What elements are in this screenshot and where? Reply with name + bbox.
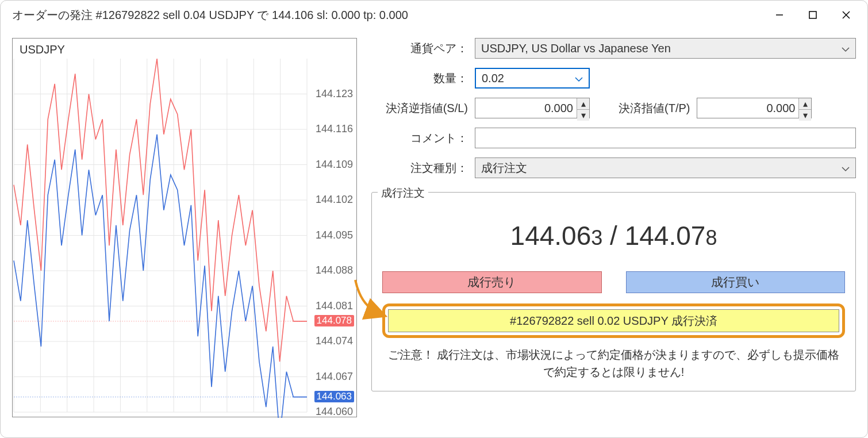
titlebar: オーダーの発注 #126792822 sell 0.04 USDJPY で 14… [1, 1, 867, 29]
tp-spinner[interactable]: ▴ ▾ [798, 98, 811, 118]
buy-button[interactable]: 成行買い [626, 271, 846, 293]
pair-value: USDJPY, US Dollar vs Japanese Yen [481, 42, 671, 55]
axis-tick-label: 144.109 [316, 159, 353, 171]
spinner-down-icon[interactable]: ▾ [577, 110, 589, 121]
spinner-up-icon[interactable]: ▴ [799, 98, 811, 110]
volume-value: 0.02 [482, 72, 504, 85]
axis-tick-label: 144.102 [316, 194, 353, 206]
chart-ask-tag: 144.078 [314, 315, 354, 326]
price-sep: / [602, 221, 624, 251]
minimize-button[interactable] [763, 3, 796, 26]
comment-input[interactable] [475, 128, 856, 148]
sl-spinner[interactable]: ▴ ▾ [577, 98, 589, 118]
window-controls [763, 3, 863, 26]
market-group-title: 成行注文 [378, 186, 428, 201]
ask-small: 8 [705, 226, 717, 249]
type-label: 注文種別： [371, 160, 475, 176]
volume-row: 数量： 0.02 [371, 68, 856, 89]
pair-label: 通貨ペア： [371, 41, 475, 56]
chevron-down-icon [842, 42, 850, 55]
comment-row: コメント： [371, 128, 856, 148]
sl-input[interactable]: 0.000 ▴ ▾ [475, 98, 590, 118]
bid-small: 3 [591, 226, 602, 249]
tp-value: 0.000 [697, 102, 798, 115]
axis-tick-label: 144.060 [316, 406, 353, 418]
close-order-button[interactable]: #126792822 sell 0.02 USDJPY 成行決済 [388, 309, 839, 332]
close-order-highlight: #126792822 sell 0.02 USDJPY 成行決済 [382, 303, 845, 338]
market-warning-text: ご注意！ 成行注文は、市場状況によって約定価格が決まりますので、必ずしも提示価格… [382, 346, 845, 381]
market-order-group: 成行注文 144.063 / 144.078 成行売り 成行買い #126792… [371, 192, 856, 391]
bid-big: 144.06 [510, 221, 592, 251]
chart-symbol-label: USDJPY [20, 43, 65, 56]
volume-label: 数量： [371, 71, 475, 86]
pair-select[interactable]: USDJPY, US Dollar vs Japanese Yen [475, 38, 856, 59]
pair-row: 通貨ペア： USDJPY, US Dollar vs Japanese Yen [371, 38, 856, 59]
spinner-down-icon[interactable]: ▾ [799, 110, 811, 121]
maximize-button[interactable] [796, 3, 829, 26]
axis-tick-label: 144.123 [316, 88, 353, 100]
order-window: オーダーの発注 #126792822 sell 0.04 USDJPY で 14… [0, 0, 868, 438]
axis-tick-label: 144.088 [316, 264, 353, 276]
axis-tick-label: 144.081 [316, 300, 353, 312]
window-title: オーダーの発注 #126792822 sell 0.04 USDJPY で 14… [12, 7, 763, 23]
svg-rect-1 [809, 11, 816, 18]
chart-bid-tag: 144.063 [314, 391, 354, 402]
type-value: 成行注文 [481, 160, 527, 176]
order-form: 通貨ペア： USDJPY, US Dollar vs Japanese Yen … [371, 38, 856, 426]
axis-tick-label: 144.074 [316, 335, 353, 347]
price-chart [13, 39, 358, 418]
sl-label: 決済逆指値(S/L) [371, 101, 475, 116]
axis-tick-label: 144.116 [316, 123, 353, 135]
bid-ask-display: 144.063 / 144.078 [382, 220, 845, 251]
sell-button[interactable]: 成行売り [382, 271, 602, 293]
axis-tick-label: 144.067 [316, 371, 353, 383]
buy-sell-row: 成行売り 成行買い [382, 271, 845, 293]
volume-select[interactable]: 0.02 [475, 68, 590, 89]
axis-tick-label: 144.095 [316, 229, 353, 241]
sl-value: 0.000 [475, 102, 577, 115]
type-select[interactable]: 成行注文 [475, 157, 856, 178]
ask-big: 144.07 [625, 221, 706, 251]
sl-tp-row: 決済逆指値(S/L) 0.000 ▴ ▾ 決済指値(T/P) 0.000 ▴ ▾ [371, 98, 856, 118]
comment-label: コメント： [371, 130, 475, 146]
chevron-down-icon [575, 72, 583, 85]
tp-label: 決済指値(T/P) [619, 101, 697, 116]
chart-panel: USDJPY 144.123144.116144.109144.102144.0… [12, 38, 357, 417]
chevron-down-icon [842, 162, 850, 175]
close-button[interactable] [829, 3, 863, 26]
spinner-up-icon[interactable]: ▴ [577, 98, 589, 110]
type-row: 注文種別： 成行注文 [371, 157, 856, 178]
tp-input[interactable]: 0.000 ▴ ▾ [697, 98, 812, 118]
